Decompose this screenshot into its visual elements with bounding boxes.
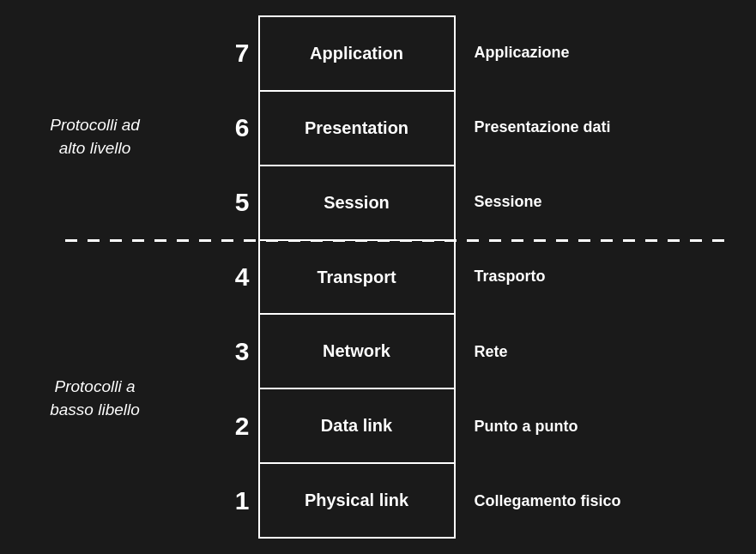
layer-number-2: 2 (211, 389, 258, 464)
table-section: 7654321 ApplicationPresentationSessionTr… (164, 15, 730, 539)
layer-number-5: 5 (211, 165, 258, 239)
layer-cell-presentation: Presentation (260, 92, 454, 166)
layer-number-1: 1 (211, 464, 258, 539)
right-label-5: Sessione (475, 165, 644, 239)
left-labels-container: Protocolli ad alto livello Protocolli a … (27, 15, 164, 539)
numbers-column (164, 15, 211, 539)
layer-number-3: 3 (211, 315, 258, 389)
layer-number-7: 7 (211, 15, 258, 90)
layer-cell-network: Network (260, 315, 454, 389)
right-label-3: Rete (475, 315, 644, 389)
table-with-numbers: 7654321 ApplicationPresentationSessionTr… (211, 15, 730, 539)
numbers-list: 7654321 (211, 15, 258, 539)
layer-cell-data-link: Data link (260, 389, 454, 464)
layer-number-6: 6 (211, 90, 258, 165)
layer-cell-physical-link: Physical link (260, 464, 454, 537)
layer-cell-application: Application (260, 17, 454, 92)
right-label-7: Applicazione (475, 15, 644, 90)
right-label-6: Presentazione dati (475, 90, 644, 165)
right-label-4: Trasporto (475, 239, 644, 314)
low-level-label: Protocolli a basso libello (50, 376, 140, 421)
osi-diagram: Protocolli ad alto livello Protocolli a … (27, 15, 730, 539)
right-label-2: Punto a punto (475, 389, 644, 464)
layer-number-4: 4 (211, 239, 258, 314)
right-labels-list: ApplicazionePresentazione datiSessioneTr… (456, 15, 644, 539)
layer-cell-session: Session (260, 166, 454, 241)
right-label-1: Collegamento fisico (475, 464, 644, 539)
high-level-label: Protocolli ad alto livello (50, 114, 140, 160)
low-level-label-group: Protocolli a basso libello (27, 258, 164, 539)
layer-table: ApplicationPresentationSessionTransportN… (258, 15, 456, 539)
layer-cell-transport: Transport (260, 241, 454, 316)
high-level-label-group: Protocolli ad alto livello (27, 15, 164, 258)
